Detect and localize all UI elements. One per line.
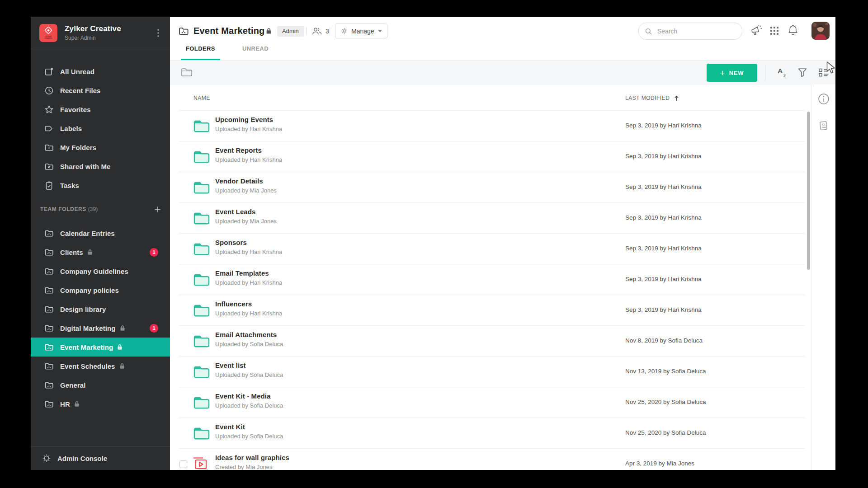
sort-ascending-arrow-icon bbox=[674, 95, 679, 101]
members-count-button[interactable]: 3 bbox=[311, 27, 329, 35]
team-folder-item[interactable]: Company Guidelines bbox=[31, 262, 170, 281]
table-row[interactable]: Vendor Details Uploaded by Mia Jones Sep… bbox=[170, 172, 811, 203]
sidebar-item[interactable]: All Unread bbox=[31, 62, 170, 81]
table-body: Upcoming Events Uploaded by Hari Krishna… bbox=[170, 111, 811, 470]
lock-icon bbox=[120, 325, 125, 331]
team-folder-item[interactable]: HR bbox=[31, 394, 170, 413]
item-subtitle: Created by Mia Jones bbox=[215, 464, 289, 470]
folder-icon bbox=[193, 181, 210, 194]
folder-view-icon[interactable] bbox=[181, 67, 193, 77]
sidebar-item[interactable]: My Folders bbox=[31, 138, 170, 157]
item-name[interactable]: Upcoming Events bbox=[215, 116, 282, 123]
apps-grid-icon[interactable] bbox=[770, 27, 778, 35]
notifications-bell-icon[interactable] bbox=[788, 24, 798, 36]
item-subtitle: Uploaded by Hari Krishna bbox=[215, 310, 282, 317]
team-folder-icon bbox=[44, 324, 54, 333]
table-row[interactable]: Event list Uploaded by Sofia Deluca Nov … bbox=[170, 357, 811, 387]
item-name[interactable]: Event Kit bbox=[215, 423, 283, 431]
team-folder-icon bbox=[44, 361, 54, 371]
item-name[interactable]: Email Templates bbox=[215, 269, 282, 277]
folder-icon bbox=[193, 150, 210, 164]
list-view-icon[interactable] bbox=[818, 68, 830, 77]
table-header: NAME LAST MODIFIED bbox=[170, 84, 811, 111]
unread-count-badge: 1 bbox=[150, 248, 158, 257]
item-name[interactable]: Event list bbox=[215, 361, 283, 369]
table-row[interactable]: Email Attachments Uploaded by Sofia Delu… bbox=[170, 326, 811, 357]
info-icon[interactable] bbox=[818, 93, 830, 105]
item-name[interactable]: Influencers bbox=[215, 300, 282, 308]
table-row[interactable]: Event Reports Uploaded by Hari Krishna S… bbox=[170, 141, 811, 172]
item-last-modified: Nov 13, 2019 by Sofia Deluca bbox=[625, 368, 706, 375]
sort-az-icon[interactable]: Az bbox=[776, 66, 789, 78]
team-folder-icon bbox=[44, 343, 54, 352]
item-name[interactable]: Event Reports bbox=[215, 146, 282, 154]
tab-unread[interactable]: UNREAD bbox=[237, 45, 274, 60]
tab-folders[interactable]: FOLDERS bbox=[181, 45, 220, 60]
lock-icon bbox=[87, 249, 93, 255]
chevron-down-icon bbox=[378, 30, 382, 33]
team-folder-item[interactable]: Event Marketing bbox=[31, 338, 170, 357]
item-name[interactable]: Sponsors bbox=[215, 239, 282, 246]
item-name[interactable]: Vendor Details bbox=[215, 177, 277, 185]
video-icon bbox=[193, 456, 209, 470]
notes-icon[interactable] bbox=[818, 120, 830, 131]
folder-icon bbox=[193, 273, 210, 286]
team-folders-count: (39) bbox=[88, 206, 98, 212]
divider bbox=[765, 65, 765, 80]
table-row[interactable]: Email Templates Uploaded by Hari Krishna… bbox=[170, 264, 811, 295]
team-folders-header: TEAM FOLDERS (39) bbox=[31, 203, 170, 215]
workspace-menu-kebab-icon[interactable] bbox=[154, 29, 163, 37]
table-row[interactable]: Ideas for wall graphics Created by Mia J… bbox=[170, 449, 811, 470]
table-row[interactable]: Event Kit Uploaded by Sofia Deluca Nov 2… bbox=[170, 418, 811, 449]
team-folder-item[interactable]: Calendar Entries bbox=[31, 224, 170, 243]
new-button[interactable]: + NEW bbox=[707, 64, 757, 82]
sidebar-item[interactable]: Favorites bbox=[31, 100, 170, 119]
table-row[interactable]: Event Leads Uploaded by Mia Jones Sep 3,… bbox=[170, 203, 811, 234]
team-folder-item[interactable]: Digital Marketing 1 bbox=[31, 319, 170, 338]
search-input[interactable] bbox=[656, 27, 731, 35]
manage-button[interactable]: Manage bbox=[335, 23, 387, 38]
sidebar-item[interactable]: Labels bbox=[31, 119, 170, 138]
workspace-logo: ZYLKERCREATIVE bbox=[39, 24, 57, 42]
table-row[interactable]: Upcoming Events Uploaded by Hari Krishna… bbox=[170, 111, 811, 141]
team-folder-item[interactable]: Company policies bbox=[31, 281, 170, 300]
lock-icon bbox=[266, 28, 272, 34]
filter-icon[interactable] bbox=[797, 67, 807, 77]
user-avatar[interactable] bbox=[811, 22, 830, 40]
add-team-folder-plus-icon[interactable] bbox=[154, 206, 161, 213]
item-name[interactable]: Event Kit - Media bbox=[215, 392, 283, 400]
team-folder-item[interactable]: Event Schedules bbox=[31, 357, 170, 375]
item-last-modified: Sep 3, 2019 by Hari Krishna bbox=[625, 306, 702, 313]
team-folder-item[interactable]: Clients 1 bbox=[31, 243, 170, 262]
row-checkbox[interactable] bbox=[179, 460, 187, 468]
item-name[interactable]: Event Leads bbox=[215, 208, 277, 216]
folder-icon bbox=[193, 119, 210, 133]
sidebar-item[interactable]: Tasks bbox=[31, 176, 170, 195]
team-folder-item[interactable]: General bbox=[31, 375, 170, 394]
team-folder-item[interactable]: Design library bbox=[31, 300, 170, 319]
team-folder-icon bbox=[44, 248, 54, 257]
vertical-scrollbar[interactable] bbox=[807, 112, 810, 270]
item-subtitle: Uploaded by Mia Jones bbox=[215, 218, 277, 225]
column-header-last-modified[interactable]: LAST MODIFIED bbox=[625, 95, 679, 101]
table-row[interactable]: Influencers Uploaded by Hari Krishna Sep… bbox=[170, 295, 811, 326]
item-name[interactable]: Email Attachments bbox=[215, 331, 283, 338]
manage-label: Manage bbox=[351, 28, 374, 35]
team-folder-icon bbox=[44, 229, 54, 238]
admin-console-button[interactable]: Admin Console bbox=[31, 446, 170, 470]
sidebar-item[interactable]: Recent Files bbox=[31, 81, 170, 100]
item-subtitle: Uploaded by Sofia Deluca bbox=[215, 402, 283, 409]
sidebar-item[interactable]: Shared with Me bbox=[31, 157, 170, 176]
team-folders-title: TEAM FOLDERS bbox=[40, 206, 86, 212]
team-folder-title-icon bbox=[178, 26, 189, 37]
topbar: Event Marketing Admin 3 Manage bbox=[170, 17, 835, 45]
workspace-name: Zylker Creative bbox=[65, 24, 154, 33]
announcements-megaphone-icon[interactable] bbox=[750, 25, 763, 37]
table-row[interactable]: Sponsors Uploaded by Hari Krishna Sep 3,… bbox=[170, 234, 811, 264]
team-folder-icon bbox=[44, 399, 54, 409]
svg-text:CREATIVE: CREATIVE bbox=[45, 38, 53, 39]
item-name[interactable]: Ideas for wall graphics bbox=[215, 454, 289, 461]
svg-text:ZYLKER: ZYLKER bbox=[45, 35, 52, 37]
table-row[interactable]: Event Kit - Media Uploaded by Sofia Delu… bbox=[170, 387, 811, 418]
svg-text:A: A bbox=[778, 67, 783, 75]
